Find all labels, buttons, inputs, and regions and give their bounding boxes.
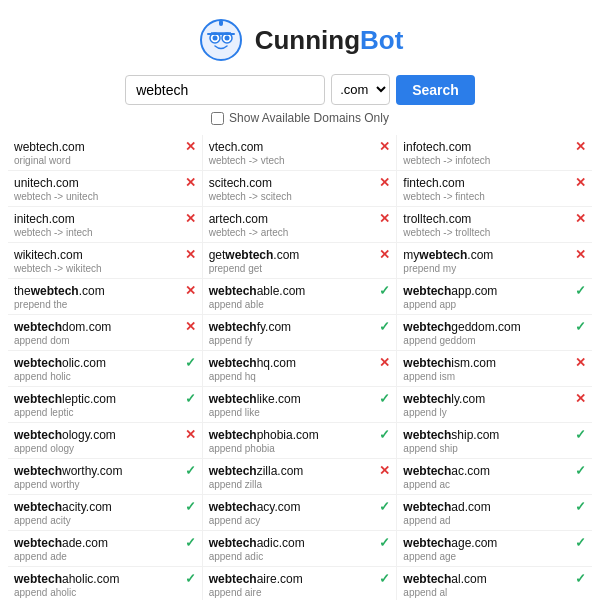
available-icon: ✓ bbox=[575, 499, 586, 514]
domain-cell: webtechage.com✓append age bbox=[397, 531, 592, 566]
filter-row: Show Available Domains Only bbox=[0, 111, 600, 125]
domain-cell: webtechhq.com✕append hq bbox=[203, 351, 398, 386]
domain-name-row: wikitech.com✕ bbox=[14, 247, 196, 262]
domain-name-row: webtecholic.com✓ bbox=[14, 355, 196, 370]
available-icon: ✓ bbox=[185, 391, 196, 406]
domain-name-row: webtechfy.com✓ bbox=[209, 319, 391, 334]
domain-name-row: webtechworthy.com✓ bbox=[14, 463, 196, 478]
domain-subtitle: append ology bbox=[14, 443, 196, 454]
available-icon: ✓ bbox=[185, 355, 196, 370]
domain-subtitle: append ac bbox=[403, 479, 586, 490]
domain-cell: infotech.com✕webtech -> infotech bbox=[397, 135, 592, 170]
available-icon: ✓ bbox=[185, 463, 196, 478]
domain-subtitle: prepend my bbox=[403, 263, 586, 274]
domain-cell: trolltech.com✕webtech -> trolltech bbox=[397, 207, 592, 242]
available-only-label: Show Available Domains Only bbox=[229, 111, 389, 125]
domain-name-row: webtechad.com✓ bbox=[403, 499, 586, 514]
svg-point-3 bbox=[212, 36, 217, 41]
domain-subtitle: webtech -> trolltech bbox=[403, 227, 586, 238]
domain-cell: thewebtech.com✕prepend the bbox=[8, 279, 203, 314]
domain-subtitle: original word bbox=[14, 155, 196, 166]
unavailable-icon: ✕ bbox=[575, 175, 586, 190]
domain-cell: webtechism.com✕append ism bbox=[397, 351, 592, 386]
domain-subtitle: append app bbox=[403, 299, 586, 310]
domain-name-row: webtechly.com✕ bbox=[403, 391, 586, 406]
unavailable-icon: ✕ bbox=[185, 139, 196, 154]
available-icon: ✓ bbox=[185, 535, 196, 550]
domain-cell: webtech.com✕original word bbox=[8, 135, 203, 170]
available-icon: ✓ bbox=[379, 535, 390, 550]
unavailable-icon: ✕ bbox=[185, 175, 196, 190]
domain-cell: wikitech.com✕webtech -> wikitech bbox=[8, 243, 203, 278]
domain-name-row: getwebtech.com✕ bbox=[209, 247, 391, 262]
available-icon: ✓ bbox=[379, 391, 390, 406]
unavailable-icon: ✕ bbox=[575, 355, 586, 370]
domain-name-row: webtechacity.com✓ bbox=[14, 499, 196, 514]
table-row: webtechacity.com✓append acitywebtechacy.… bbox=[8, 495, 592, 531]
domain-subtitle: append acity bbox=[14, 515, 196, 526]
domain-cell: webtechacity.com✓append acity bbox=[8, 495, 203, 530]
domain-cell: getwebtech.com✕prepend get bbox=[203, 243, 398, 278]
domain-subtitle: webtech -> intech bbox=[14, 227, 196, 238]
domain-name-row: scitech.com✕ bbox=[209, 175, 391, 190]
unavailable-icon: ✕ bbox=[575, 211, 586, 226]
search-button[interactable]: Search bbox=[396, 75, 475, 105]
available-icon: ✓ bbox=[379, 319, 390, 334]
available-icon: ✓ bbox=[575, 283, 586, 298]
domain-cell: artech.com✕webtech -> artech bbox=[203, 207, 398, 242]
unavailable-icon: ✕ bbox=[379, 139, 390, 154]
table-row: webtech.com✕original wordvtech.com✕webte… bbox=[8, 135, 592, 171]
search-input[interactable] bbox=[125, 75, 325, 105]
domain-name-row: webtech.com✕ bbox=[14, 139, 196, 154]
table-row: webtechworthy.com✓append worthywebtechzi… bbox=[8, 459, 592, 495]
table-row: thewebtech.com✕prepend thewebtechable.co… bbox=[8, 279, 592, 315]
domain-cell: webtechfy.com✓append fy bbox=[203, 315, 398, 350]
domain-name-row: thewebtech.com✕ bbox=[14, 283, 196, 298]
domain-subtitle: append like bbox=[209, 407, 391, 418]
domain-cell: webtechzilla.com✕append zilla bbox=[203, 459, 398, 494]
domain-name-row: unitech.com✕ bbox=[14, 175, 196, 190]
domain-subtitle: append age bbox=[403, 551, 586, 562]
domain-name-row: webtechzilla.com✕ bbox=[209, 463, 391, 478]
available-icon: ✓ bbox=[379, 427, 390, 442]
domain-subtitle: append acy bbox=[209, 515, 391, 526]
table-row: webtechology.com✕append ologywebtechphob… bbox=[8, 423, 592, 459]
domain-cell: webtechac.com✓append ac bbox=[397, 459, 592, 494]
domain-subtitle: append aholic bbox=[14, 587, 196, 598]
logo-icon bbox=[197, 16, 245, 64]
available-only-checkbox[interactable] bbox=[211, 112, 224, 125]
domain-subtitle: webtech -> fintech bbox=[403, 191, 586, 202]
unavailable-icon: ✕ bbox=[185, 319, 196, 334]
domain-subtitle: append able bbox=[209, 299, 391, 310]
domain-subtitle: append ship bbox=[403, 443, 586, 454]
domain-subtitle: append geddom bbox=[403, 335, 586, 346]
domain-subtitle: prepend the bbox=[14, 299, 196, 310]
table-row: unitech.com✕webtech -> unitechscitech.co… bbox=[8, 171, 592, 207]
domain-name-row: webtechaholic.com✓ bbox=[14, 571, 196, 586]
domain-subtitle: append holic bbox=[14, 371, 196, 382]
domain-cell: webtechology.com✕append ology bbox=[8, 423, 203, 458]
domain-name-row: webtechal.com✓ bbox=[403, 571, 586, 586]
tld-select[interactable]: .com .net .org .io bbox=[331, 74, 390, 105]
domain-cell: fintech.com✕webtech -> fintech bbox=[397, 171, 592, 206]
domain-cell: webtechapp.com✓append app bbox=[397, 279, 592, 314]
domain-subtitle: append dom bbox=[14, 335, 196, 346]
unavailable-icon: ✕ bbox=[185, 247, 196, 262]
domain-subtitle: append ade bbox=[14, 551, 196, 562]
domain-cell: webtechade.com✓append ade bbox=[8, 531, 203, 566]
unavailable-icon: ✕ bbox=[379, 355, 390, 370]
logo-wordmark: CunningBot bbox=[255, 25, 404, 56]
table-row: wikitech.com✕webtech -> wikitechgetwebte… bbox=[8, 243, 592, 279]
domain-name-row: webtechlike.com✓ bbox=[209, 391, 391, 406]
domain-cell: webtechlike.com✓append like bbox=[203, 387, 398, 422]
domain-name-row: webtechable.com✓ bbox=[209, 283, 391, 298]
domain-cell: webtechadic.com✓append adic bbox=[203, 531, 398, 566]
domain-subtitle: append adic bbox=[209, 551, 391, 562]
unavailable-icon: ✕ bbox=[379, 247, 390, 262]
domain-subtitle: append zilla bbox=[209, 479, 391, 490]
domain-subtitle: append ism bbox=[403, 371, 586, 382]
table-row: webtechade.com✓append adewebtechadic.com… bbox=[8, 531, 592, 567]
domain-cell: webtechdom.com✕append dom bbox=[8, 315, 203, 350]
unavailable-icon: ✕ bbox=[185, 283, 196, 298]
unavailable-icon: ✕ bbox=[185, 211, 196, 226]
